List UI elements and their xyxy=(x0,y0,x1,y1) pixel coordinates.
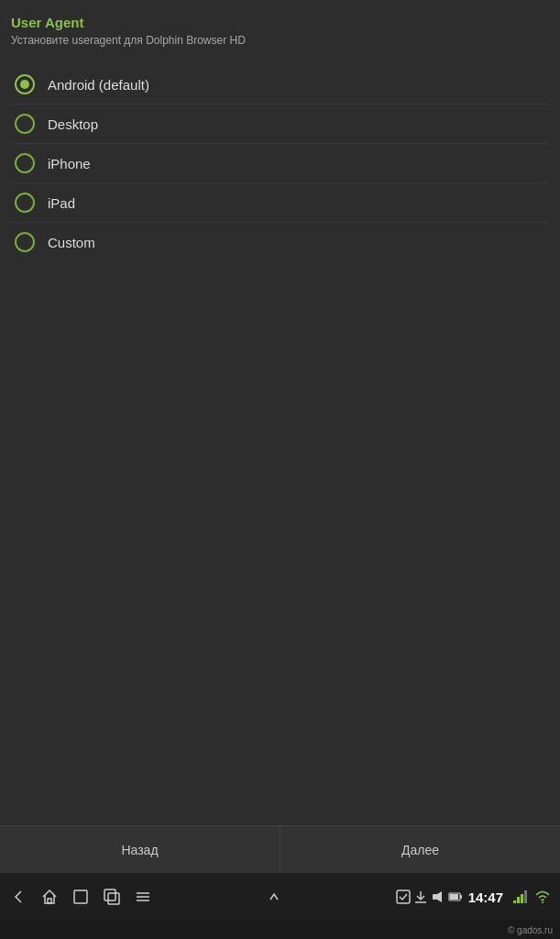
svg-rect-13 xyxy=(450,894,458,900)
status-icon-2 xyxy=(413,889,428,904)
time-display: 14:47 xyxy=(468,889,503,905)
copyright-text: © gados.ru xyxy=(508,925,553,935)
window-icon[interactable] xyxy=(71,888,90,906)
option-label-ipad: iPad xyxy=(48,195,75,211)
radio-inner-android xyxy=(20,80,29,89)
copyright-bar: © gados.ru xyxy=(0,921,560,939)
option-android[interactable]: Android (default) xyxy=(11,65,549,105)
radio-circle-android xyxy=(15,74,35,94)
radio-circle-custom xyxy=(15,232,35,252)
wifi-icon xyxy=(534,889,551,904)
status-icon-3 xyxy=(431,889,445,904)
option-custom[interactable]: Custom xyxy=(11,223,549,261)
radio-group: Android (default) Desktop iPhone iPad Cu… xyxy=(11,65,549,261)
nav-right: 14:47 xyxy=(396,889,551,905)
radio-circle-ipad xyxy=(15,193,35,213)
page-subtitle: Установите useragent для Dolphin Browser… xyxy=(11,34,549,47)
back-icon[interactable] xyxy=(9,888,27,906)
back-label: Назад xyxy=(121,843,158,857)
main-content: User Agent Установите useragent для Dolp… xyxy=(0,0,560,825)
nav-left xyxy=(9,888,152,906)
option-iphone[interactable]: iPhone xyxy=(11,144,549,183)
svg-rect-16 xyxy=(521,894,523,903)
option-label-android: Android (default) xyxy=(48,77,149,93)
svg-rect-10 xyxy=(433,894,437,900)
svg-rect-7 xyxy=(397,890,410,903)
radio-circle-desktop xyxy=(15,114,35,134)
option-label-desktop: Desktop xyxy=(48,116,98,132)
next-label: Далее xyxy=(401,843,439,857)
svg-rect-14 xyxy=(513,900,516,903)
battery-icon xyxy=(448,889,463,904)
option-label-iphone: iPhone xyxy=(48,156,91,171)
status-icons xyxy=(396,889,463,904)
svg-point-18 xyxy=(542,901,544,903)
nav-center xyxy=(265,888,283,906)
svg-rect-12 xyxy=(460,895,462,899)
page-title: User Agent xyxy=(11,15,549,30)
multitask-icon[interactable] xyxy=(103,888,121,906)
svg-rect-17 xyxy=(524,890,527,903)
option-desktop[interactable]: Desktop xyxy=(11,105,549,144)
svg-rect-3 xyxy=(108,893,119,904)
radio-circle-iphone xyxy=(15,153,35,173)
svg-rect-15 xyxy=(517,897,520,903)
svg-rect-1 xyxy=(74,890,87,903)
status-icon-1 xyxy=(396,889,411,904)
option-ipad[interactable]: iPad xyxy=(11,183,549,223)
svg-rect-2 xyxy=(104,889,115,900)
bottom-buttons: Назад Далее xyxy=(0,825,560,873)
next-button[interactable]: Далее xyxy=(280,826,560,873)
option-label-custom: Custom xyxy=(48,235,95,250)
home-icon[interactable] xyxy=(40,888,59,906)
svg-rect-0 xyxy=(48,899,51,903)
signal-icon xyxy=(512,889,529,904)
system-nav: 14:47 xyxy=(0,873,560,921)
back-button[interactable]: Назад xyxy=(0,826,280,873)
menu-icon[interactable] xyxy=(134,888,152,906)
up-icon[interactable] xyxy=(265,888,283,906)
